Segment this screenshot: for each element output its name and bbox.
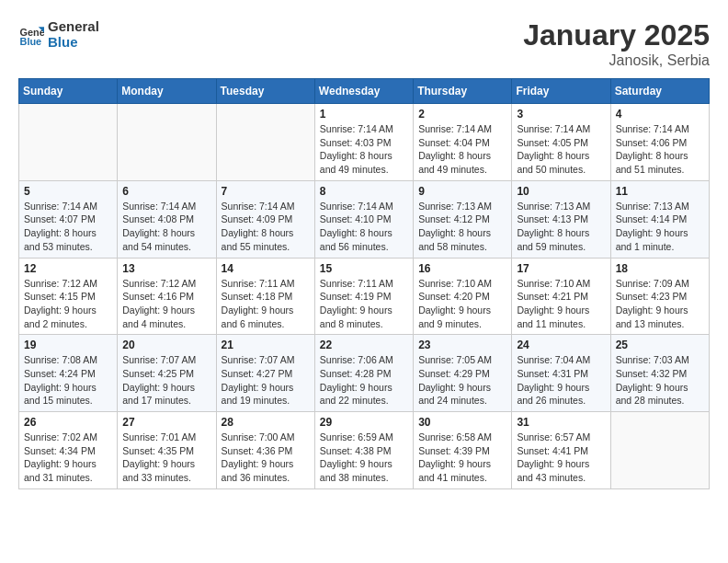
calendar-cell: 8Sunrise: 7:14 AMSunset: 4:10 PMDaylight… — [314, 180, 413, 258]
location-subtitle: Janosik, Serbia — [523, 52, 710, 69]
calendar-cell: 2Sunrise: 7:14 AMSunset: 4:04 PMDaylight… — [414, 104, 512, 181]
calendar-week-row: 19Sunrise: 7:08 AMSunset: 4:24 PMDayligh… — [19, 335, 710, 412]
day-number: 11 — [616, 185, 704, 198]
logo: General Blue General Blue — [18, 18, 99, 50]
calendar-week-row: 26Sunrise: 7:02 AMSunset: 4:34 PMDayligh… — [19, 412, 710, 489]
day-number: 2 — [418, 108, 506, 121]
day-info: Sunrise: 7:05 AMSunset: 4:29 PMDaylight:… — [418, 353, 506, 408]
calendar-cell: 6Sunrise: 7:14 AMSunset: 4:08 PMDaylight… — [118, 180, 216, 258]
day-info: Sunrise: 6:58 AMSunset: 4:39 PMDaylight:… — [418, 431, 506, 485]
day-number: 4 — [616, 108, 704, 121]
day-info: Sunrise: 7:07 AMSunset: 4:25 PMDaylight:… — [122, 353, 210, 408]
day-number: 27 — [122, 416, 210, 429]
day-number: 20 — [122, 339, 210, 351]
calendar-cell: 18Sunrise: 7:09 AMSunset: 4:23 PMDayligh… — [610, 258, 709, 335]
logo-icon: General Blue — [18, 21, 44, 47]
calendar-week-row: 1Sunrise: 7:14 AMSunset: 4:03 PMDaylight… — [19, 104, 710, 181]
day-number: 12 — [24, 262, 112, 275]
day-number: 14 — [222, 262, 310, 275]
day-info: Sunrise: 7:11 AMSunset: 4:18 PMDaylight:… — [222, 277, 310, 331]
calendar-cell: 4Sunrise: 7:14 AMSunset: 4:06 PMDaylight… — [610, 104, 709, 181]
day-info: Sunrise: 7:14 AMSunset: 4:10 PMDaylight:… — [320, 200, 408, 254]
calendar-cell: 23Sunrise: 7:05 AMSunset: 4:29 PMDayligh… — [414, 335, 512, 412]
day-info: Sunrise: 7:08 AMSunset: 4:24 PMDaylight:… — [24, 353, 112, 408]
day-info: Sunrise: 7:11 AMSunset: 4:19 PMDaylight:… — [320, 277, 408, 331]
day-info: Sunrise: 7:07 AMSunset: 4:27 PMDaylight:… — [222, 353, 310, 408]
weekday-header-saturday: Saturday — [610, 79, 709, 104]
calendar-cell — [118, 104, 216, 181]
day-info: Sunrise: 7:00 AMSunset: 4:36 PMDaylight:… — [222, 431, 310, 485]
day-number: 25 — [616, 339, 704, 351]
day-info: Sunrise: 7:12 AMSunset: 4:15 PMDaylight:… — [24, 277, 112, 331]
day-number: 24 — [517, 339, 605, 351]
day-number: 21 — [222, 339, 310, 351]
day-number: 18 — [616, 262, 704, 275]
weekday-header-wednesday: Wednesday — [314, 79, 413, 104]
calendar-table: SundayMondayTuesdayWednesdayThursdayFrid… — [18, 78, 710, 489]
day-number: 16 — [418, 262, 506, 275]
day-number: 10 — [517, 185, 605, 198]
logo-blue-text: Blue — [48, 34, 99, 50]
weekday-header-tuesday: Tuesday — [216, 79, 314, 104]
logo-general-text: General — [48, 18, 99, 34]
day-info: Sunrise: 7:13 AMSunset: 4:12 PMDaylight:… — [418, 200, 506, 254]
calendar-cell: 31Sunrise: 6:57 AMSunset: 4:41 PMDayligh… — [512, 412, 610, 489]
day-number: 3 — [517, 108, 605, 121]
day-info: Sunrise: 7:06 AMSunset: 4:28 PMDaylight:… — [320, 353, 408, 408]
day-info: Sunrise: 7:14 AMSunset: 4:06 PMDaylight:… — [616, 122, 704, 177]
calendar-cell: 9Sunrise: 7:13 AMSunset: 4:12 PMDaylight… — [414, 180, 512, 258]
day-number: 7 — [222, 185, 310, 198]
day-info: Sunrise: 7:14 AMSunset: 4:05 PMDaylight:… — [517, 122, 605, 177]
day-number: 5 — [24, 185, 112, 198]
weekday-header-row: SundayMondayTuesdayWednesdayThursdayFrid… — [19, 79, 710, 104]
calendar-cell: 1Sunrise: 7:14 AMSunset: 4:03 PMDaylight… — [314, 104, 413, 181]
day-number: 31 — [517, 416, 605, 429]
day-info: Sunrise: 7:04 AMSunset: 4:31 PMDaylight:… — [517, 353, 605, 408]
day-number: 19 — [24, 339, 112, 351]
day-info: Sunrise: 7:10 AMSunset: 4:20 PMDaylight:… — [418, 277, 506, 331]
calendar-cell: 5Sunrise: 7:14 AMSunset: 4:07 PMDaylight… — [19, 180, 118, 258]
calendar-cell: 11Sunrise: 7:13 AMSunset: 4:14 PMDayligh… — [610, 180, 709, 258]
day-info: Sunrise: 7:03 AMSunset: 4:32 PMDaylight:… — [616, 353, 704, 408]
calendar-cell: 3Sunrise: 7:14 AMSunset: 4:05 PMDaylight… — [512, 104, 610, 181]
day-info: Sunrise: 7:12 AMSunset: 4:16 PMDaylight:… — [122, 277, 210, 331]
weekday-header-friday: Friday — [512, 79, 610, 104]
calendar-cell — [216, 104, 314, 181]
calendar-cell — [19, 104, 118, 181]
calendar-cell: 30Sunrise: 6:58 AMSunset: 4:39 PMDayligh… — [414, 412, 512, 489]
calendar-cell: 15Sunrise: 7:11 AMSunset: 4:19 PMDayligh… — [314, 258, 413, 335]
calendar-cell: 22Sunrise: 7:06 AMSunset: 4:28 PMDayligh… — [314, 335, 413, 412]
day-number: 15 — [320, 262, 408, 275]
calendar-cell: 28Sunrise: 7:00 AMSunset: 4:36 PMDayligh… — [216, 412, 314, 489]
day-info: Sunrise: 7:02 AMSunset: 4:34 PMDaylight:… — [24, 431, 112, 485]
day-info: Sunrise: 7:14 AMSunset: 4:09 PMDaylight:… — [222, 200, 310, 254]
day-number: 9 — [418, 185, 506, 198]
day-info: Sunrise: 7:14 AMSunset: 4:07 PMDaylight:… — [24, 200, 112, 254]
day-info: Sunrise: 7:13 AMSunset: 4:13 PMDaylight:… — [517, 200, 605, 254]
day-number: 30 — [418, 416, 506, 429]
weekday-header-monday: Monday — [118, 79, 216, 104]
day-info: Sunrise: 6:57 AMSunset: 4:41 PMDaylight:… — [517, 431, 605, 485]
calendar-cell: 26Sunrise: 7:02 AMSunset: 4:34 PMDayligh… — [19, 412, 118, 489]
calendar-cell: 10Sunrise: 7:13 AMSunset: 4:13 PMDayligh… — [512, 180, 610, 258]
day-number: 8 — [320, 185, 408, 198]
title-block: January 2025 Janosik, Serbia — [523, 18, 710, 69]
day-info: Sunrise: 6:59 AMSunset: 4:38 PMDaylight:… — [320, 431, 408, 485]
day-number: 26 — [24, 416, 112, 429]
calendar-cell: 13Sunrise: 7:12 AMSunset: 4:16 PMDayligh… — [118, 258, 216, 335]
day-info: Sunrise: 7:13 AMSunset: 4:14 PMDaylight:… — [616, 200, 704, 254]
calendar-week-row: 12Sunrise: 7:12 AMSunset: 4:15 PMDayligh… — [19, 258, 710, 335]
calendar-week-row: 5Sunrise: 7:14 AMSunset: 4:07 PMDaylight… — [19, 180, 710, 258]
day-info: Sunrise: 7:09 AMSunset: 4:23 PMDaylight:… — [616, 277, 704, 331]
page-header: General Blue General Blue January 2025 J… — [18, 18, 710, 69]
calendar-cell: 12Sunrise: 7:12 AMSunset: 4:15 PMDayligh… — [19, 258, 118, 335]
day-number: 1 — [320, 108, 408, 121]
day-info: Sunrise: 7:01 AMSunset: 4:35 PMDaylight:… — [122, 431, 210, 485]
month-year-title: January 2025 — [523, 18, 710, 52]
day-info: Sunrise: 7:10 AMSunset: 4:21 PMDaylight:… — [517, 277, 605, 331]
calendar-cell: 7Sunrise: 7:14 AMSunset: 4:09 PMDaylight… — [216, 180, 314, 258]
weekday-header-thursday: Thursday — [414, 79, 512, 104]
day-number: 17 — [517, 262, 605, 275]
calendar-cell: 21Sunrise: 7:07 AMSunset: 4:27 PMDayligh… — [216, 335, 314, 412]
calendar-cell: 17Sunrise: 7:10 AMSunset: 4:21 PMDayligh… — [512, 258, 610, 335]
